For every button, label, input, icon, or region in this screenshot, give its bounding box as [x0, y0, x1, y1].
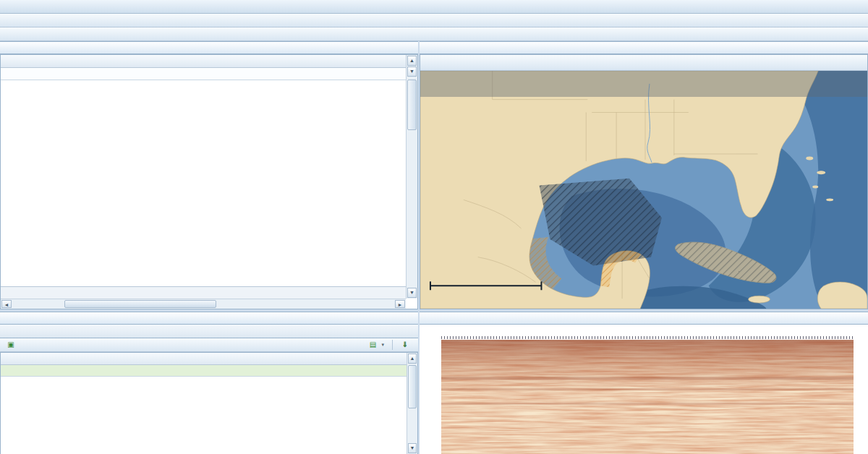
toolbar-separator [392, 340, 393, 350]
file-preview-title [420, 312, 868, 325]
scrollbar-thumb[interactable] [408, 365, 417, 408]
tab-bar [0, 0, 868, 14]
seismic-grid-horizontal-scrollbar[interactable]: ◄ ► [1, 299, 406, 309]
seismic-properties-grid: ▲ ▼ ▼ ◄ ► [0, 54, 418, 309]
related-records-grid: ▲ ▼ [0, 352, 418, 454]
map-panel [420, 54, 868, 309]
map-toolbar [420, 55, 867, 71]
related-export-button[interactable] [396, 339, 416, 351]
map-panel-title [420, 41, 868, 54]
document-tabs [0, 0, 856, 13]
preview-top-ticks [441, 329, 854, 335]
preview-tick-marks [441, 336, 854, 339]
related-records-tabs [0, 325, 418, 338]
seismic-section-preview[interactable] [434, 329, 861, 454]
scrollbar-thumb[interactable] [407, 80, 417, 130]
related-records-title [0, 312, 418, 325]
scroll-up-button[interactable]: ▲ [408, 354, 417, 364]
scroll-left-button[interactable]: ◄ [1, 300, 12, 308]
main-toolbar [0, 14, 868, 27]
seismic-grid-vertical-scrollbar[interactable]: ▲ ▼ ▼ [406, 55, 417, 299]
file-view-icon [368, 340, 377, 349]
seismic-properties-title [0, 41, 418, 54]
related-records-toolbar: ▾ [0, 338, 418, 352]
tab-overflow-button[interactable] [856, 0, 868, 13]
map-canvas[interactable] [420, 71, 867, 309]
dropdown-arrow-icon: ▾ [381, 342, 384, 348]
seismic-grid-filter-row [1, 68, 417, 80]
export-icon [401, 340, 409, 349]
seismic-section-image [441, 340, 854, 454]
related-grid-filter-row [1, 365, 417, 377]
scroll-right-button[interactable]: ► [395, 300, 405, 308]
file-preview-body [420, 325, 868, 454]
seismic-grid-header [1, 55, 417, 68]
scroll-down-button[interactable]: ▼ [407, 288, 417, 298]
filter-panel-button[interactable]: ▼ [407, 67, 417, 77]
preview-right-ruler [854, 340, 861, 454]
application-window: ▲ ▼ ▼ ◄ ► [0, 0, 868, 454]
scroll-down-button[interactable]: ▼ [408, 443, 417, 453]
map-info-overlay [420, 71, 867, 97]
open-folder-icon [7, 340, 15, 349]
file-view-button[interactable]: ▾ [364, 339, 388, 351]
scrollbar-thumb[interactable] [64, 300, 216, 308]
secondary-toolbar [0, 27, 868, 41]
related-grid-vertical-scrollbar[interactable]: ▲ ▼ [407, 353, 417, 454]
record-count-footer [1, 286, 406, 299]
open-selected-button[interactable] [2, 339, 22, 351]
preview-left-ruler [434, 340, 441, 454]
related-grid-header [1, 353, 417, 365]
scroll-up-button[interactable]: ▲ [407, 56, 417, 66]
